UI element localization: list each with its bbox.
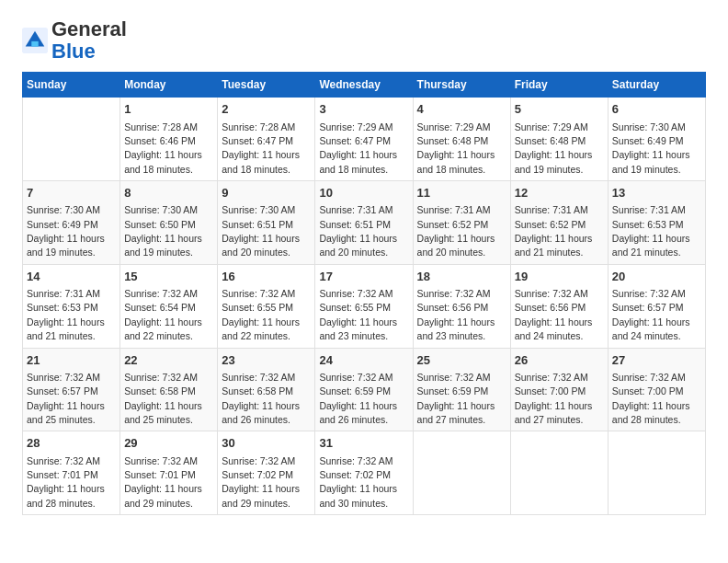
calendar-cell: 12Sunrise: 7:31 AM Sunset: 6:52 PM Dayli…	[510, 181, 608, 265]
calendar-cell: 3Sunrise: 7:29 AM Sunset: 6:47 PM Daylig…	[315, 98, 413, 181]
week-row-5: 28Sunrise: 7:32 AM Sunset: 7:01 PM Dayli…	[23, 431, 706, 515]
calendar-cell: 17Sunrise: 7:32 AM Sunset: 6:55 PM Dayli…	[315, 264, 413, 348]
day-info: Sunrise: 7:32 AM Sunset: 6:58 PM Dayligh…	[222, 372, 300, 425]
day-info: Sunrise: 7:32 AM Sunset: 6:57 PM Dayligh…	[27, 372, 105, 425]
header: General Blue	[22, 18, 706, 63]
day-info: Sunrise: 7:31 AM Sunset: 6:52 PM Dayligh…	[417, 204, 495, 258]
day-number: 17	[319, 269, 408, 285]
weekday-header-saturday: Saturday	[608, 73, 705, 98]
calendar-cell: 6Sunrise: 7:30 AM Sunset: 6:49 PM Daylig…	[608, 98, 705, 181]
calendar-cell	[608, 431, 705, 515]
week-row-4: 21Sunrise: 7:32 AM Sunset: 6:57 PM Dayli…	[23, 348, 706, 431]
calendar-cell: 19Sunrise: 7:32 AM Sunset: 6:56 PM Dayli…	[510, 264, 608, 348]
calendar-cell: 18Sunrise: 7:32 AM Sunset: 6:56 PM Dayli…	[413, 264, 510, 348]
day-number: 14	[27, 269, 116, 285]
weekday-header-sunday: Sunday	[23, 73, 120, 98]
calendar-cell: 23Sunrise: 7:32 AM Sunset: 6:58 PM Dayli…	[218, 348, 315, 431]
day-number: 21	[27, 352, 116, 369]
day-info: Sunrise: 7:29 AM Sunset: 6:48 PM Dayligh…	[515, 121, 593, 175]
day-info: Sunrise: 7:30 AM Sunset: 6:49 PM Dayligh…	[612, 121, 690, 175]
calendar-cell: 21Sunrise: 7:32 AM Sunset: 6:57 PM Dayli…	[23, 348, 120, 431]
day-info: Sunrise: 7:30 AM Sunset: 6:50 PM Dayligh…	[124, 204, 202, 258]
day-number: 25	[417, 352, 506, 369]
day-info: Sunrise: 7:32 AM Sunset: 7:00 PM Dayligh…	[612, 372, 690, 425]
day-number: 29	[124, 435, 213, 452]
calendar-cell: 1Sunrise: 7:28 AM Sunset: 6:46 PM Daylig…	[120, 98, 218, 181]
day-number: 6	[612, 101, 701, 118]
page-container: General Blue SundayMondayTuesdayWednesda…	[0, 0, 728, 530]
day-info: Sunrise: 7:32 AM Sunset: 6:55 PM Dayligh…	[319, 288, 397, 341]
day-number: 27	[612, 352, 701, 369]
day-number: 20	[612, 269, 701, 285]
week-row-2: 7Sunrise: 7:30 AM Sunset: 6:49 PM Daylig…	[23, 181, 706, 265]
calendar-cell: 28Sunrise: 7:32 AM Sunset: 7:01 PM Dayli…	[23, 431, 120, 515]
calendar-cell: 10Sunrise: 7:31 AM Sunset: 6:51 PM Dayli…	[315, 181, 413, 265]
calendar-cell: 27Sunrise: 7:32 AM Sunset: 7:00 PM Dayli…	[608, 348, 705, 431]
day-info: Sunrise: 7:32 AM Sunset: 7:01 PM Dayligh…	[124, 455, 202, 509]
day-number: 28	[27, 435, 116, 452]
calendar-cell: 7Sunrise: 7:30 AM Sunset: 6:49 PM Daylig…	[23, 181, 120, 265]
calendar-cell: 25Sunrise: 7:32 AM Sunset: 6:59 PM Dayli…	[413, 348, 510, 431]
logo-icon	[22, 28, 48, 53]
day-info: Sunrise: 7:32 AM Sunset: 6:57 PM Dayligh…	[612, 288, 690, 341]
day-info: Sunrise: 7:29 AM Sunset: 6:47 PM Dayligh…	[319, 121, 397, 175]
calendar-cell: 22Sunrise: 7:32 AM Sunset: 6:58 PM Dayli…	[120, 348, 218, 431]
calendar-cell: 26Sunrise: 7:32 AM Sunset: 7:00 PM Dayli…	[510, 348, 608, 431]
day-number: 9	[222, 185, 311, 201]
weekday-header-tuesday: Tuesday	[218, 73, 315, 98]
calendar-cell: 5Sunrise: 7:29 AM Sunset: 6:48 PM Daylig…	[510, 98, 608, 181]
calendar-cell	[510, 431, 608, 515]
day-info: Sunrise: 7:30 AM Sunset: 6:49 PM Dayligh…	[27, 204, 105, 258]
day-number: 22	[124, 352, 213, 369]
calendar-cell: 2Sunrise: 7:28 AM Sunset: 6:47 PM Daylig…	[218, 98, 315, 181]
day-info: Sunrise: 7:32 AM Sunset: 6:54 PM Dayligh…	[124, 288, 202, 341]
day-number: 3	[319, 101, 408, 118]
day-number: 5	[515, 101, 604, 118]
weekday-header-thursday: Thursday	[413, 73, 510, 98]
calendar-cell: 20Sunrise: 7:32 AM Sunset: 6:57 PM Dayli…	[608, 264, 705, 348]
day-number: 15	[124, 269, 213, 285]
calendar-cell: 14Sunrise: 7:31 AM Sunset: 6:53 PM Dayli…	[23, 264, 120, 348]
day-number: 13	[612, 185, 701, 201]
day-number: 1	[124, 101, 213, 118]
calendar-cell: 11Sunrise: 7:31 AM Sunset: 6:52 PM Dayli…	[413, 181, 510, 265]
calendar-cell: 8Sunrise: 7:30 AM Sunset: 6:50 PM Daylig…	[120, 181, 218, 265]
weekday-header-row: SundayMondayTuesdayWednesdayThursdayFrid…	[23, 73, 706, 98]
calendar-cell: 15Sunrise: 7:32 AM Sunset: 6:54 PM Dayli…	[120, 264, 218, 348]
week-row-3: 14Sunrise: 7:31 AM Sunset: 6:53 PM Dayli…	[23, 264, 706, 348]
calendar-cell	[23, 98, 120, 181]
logo: General Blue	[22, 18, 127, 63]
day-info: Sunrise: 7:32 AM Sunset: 6:55 PM Dayligh…	[222, 288, 300, 341]
day-number: 10	[319, 185, 408, 201]
day-info: Sunrise: 7:31 AM Sunset: 6:51 PM Dayligh…	[319, 204, 397, 258]
calendar-cell: 29Sunrise: 7:32 AM Sunset: 7:01 PM Dayli…	[120, 431, 218, 515]
day-info: Sunrise: 7:30 AM Sunset: 6:51 PM Dayligh…	[222, 204, 300, 258]
day-number: 16	[222, 269, 311, 285]
day-info: Sunrise: 7:32 AM Sunset: 6:59 PM Dayligh…	[319, 372, 397, 425]
calendar-table: SundayMondayTuesdayWednesdayThursdayFrid…	[22, 72, 706, 515]
day-number: 26	[515, 352, 604, 369]
day-info: Sunrise: 7:32 AM Sunset: 6:56 PM Dayligh…	[515, 288, 593, 341]
logo-blue: Blue	[51, 40, 96, 63]
week-row-1: 1Sunrise: 7:28 AM Sunset: 6:46 PM Daylig…	[23, 98, 706, 181]
day-info: Sunrise: 7:32 AM Sunset: 6:58 PM Dayligh…	[124, 372, 202, 425]
weekday-header-wednesday: Wednesday	[315, 73, 413, 98]
day-number: 12	[515, 185, 604, 201]
day-number: 7	[27, 185, 116, 201]
calendar-cell: 31Sunrise: 7:32 AM Sunset: 7:02 PM Dayli…	[315, 431, 413, 515]
calendar-cell: 24Sunrise: 7:32 AM Sunset: 6:59 PM Dayli…	[315, 348, 413, 431]
calendar-cell	[413, 431, 510, 515]
svg-rect-2	[31, 41, 38, 47]
day-info: Sunrise: 7:32 AM Sunset: 6:59 PM Dayligh…	[417, 372, 495, 425]
calendar-cell: 9Sunrise: 7:30 AM Sunset: 6:51 PM Daylig…	[218, 181, 315, 265]
logo-text: General Blue	[51, 18, 127, 63]
day-info: Sunrise: 7:28 AM Sunset: 6:47 PM Dayligh…	[222, 121, 300, 175]
logo-general: General	[51, 17, 127, 40]
day-info: Sunrise: 7:32 AM Sunset: 7:02 PM Dayligh…	[319, 455, 397, 509]
day-number: 30	[222, 435, 311, 452]
day-info: Sunrise: 7:32 AM Sunset: 7:02 PM Dayligh…	[222, 455, 300, 509]
calendar-cell: 30Sunrise: 7:32 AM Sunset: 7:02 PM Dayli…	[218, 431, 315, 515]
day-info: Sunrise: 7:31 AM Sunset: 6:52 PM Dayligh…	[515, 204, 593, 258]
day-number: 4	[417, 101, 506, 118]
weekday-header-monday: Monday	[120, 73, 218, 98]
